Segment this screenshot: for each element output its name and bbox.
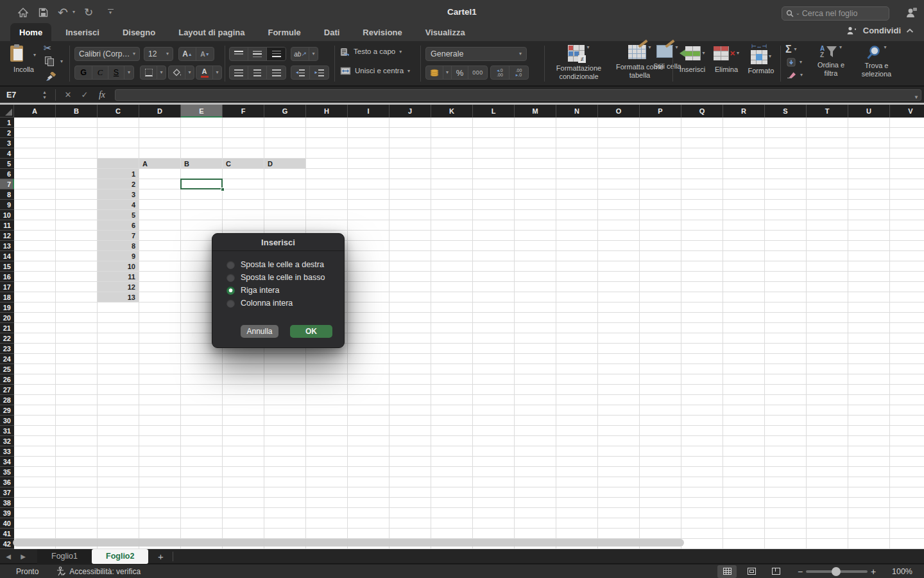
column-header-G[interactable]: G [264,105,306,118]
decrease-indent-icon[interactable]: ◂ [291,66,310,79]
row-header-25[interactable]: 25 [0,364,14,374]
cell-C17[interactable]: 12 [98,282,135,292]
row-header-17[interactable]: 17 [0,282,14,292]
cell-C14[interactable]: 9 [98,251,135,261]
cell-C18[interactable]: 13 [98,292,135,302]
merge-center-button[interactable]: Unisci e centra ▾ [340,67,410,75]
column-header-R[interactable]: R [723,105,765,118]
cancel-button[interactable]: Annulla [241,325,278,338]
normal-view-icon[interactable] [717,565,737,578]
row-header-20[interactable]: 20 [0,313,14,323]
collapse-ribbon-icon[interactable] [906,28,915,33]
align-left-icon[interactable] [230,66,248,79]
row-header-24[interactable]: 24 [0,354,14,364]
currency-icon[interactable] [426,66,443,79]
row-header-26[interactable]: 26 [0,374,14,385]
menu-tab-inserisci[interactable]: Inserisci [56,23,108,41]
decrease-decimal-icon[interactable]: .00▸.0 [509,66,528,79]
cell-C9[interactable]: 4 [98,200,135,210]
column-header-V[interactable]: V [890,105,924,118]
font-size-select[interactable]: 12▾ [144,47,173,61]
search-input[interactable] [802,9,879,18]
ok-button[interactable]: OK [290,325,332,338]
share-button[interactable]: Condividi [863,26,901,35]
row-header-6[interactable]: 6 [0,169,14,179]
menu-tab-layout-di-pagina[interactable]: Layout di pagina [169,23,253,41]
row-header-30[interactable]: 30 [0,416,14,426]
cell-C16[interactable]: 11 [98,272,135,282]
menu-tab-revisione[interactable]: Revisione [354,23,411,41]
row-header-33[interactable]: 33 [0,446,14,457]
increase-indent-icon[interactable]: ▸ [310,66,329,79]
row-header-22[interactable]: 22 [0,333,14,344]
column-header-O[interactable]: O [598,105,640,118]
column-header-U[interactable]: U [848,105,890,118]
number-format-select[interactable]: Generale▾ [425,47,527,61]
accessibility-status[interactable]: Accessibilità: verifica [56,566,141,576]
page-break-view-icon[interactable] [766,565,785,578]
fill-color-dropdown-icon[interactable]: ▾ [185,66,194,79]
row-header-9[interactable]: 9 [0,200,14,210]
cell-G5[interactable]: D [268,159,273,169]
formula-bar-expand-icon[interactable]: ▼ [914,95,919,100]
cells-area[interactable]: ABCD12345678910111213 [14,118,924,549]
row-header-8[interactable]: 8 [0,189,14,200]
cell-C11[interactable]: 6 [98,220,135,231]
orientation-dropdown-icon[interactable]: ▾ [309,48,318,60]
align-right-icon[interactable] [267,66,286,79]
row-header-11[interactable]: 11 [0,220,14,231]
row-header-21[interactable]: 21 [0,323,14,333]
column-header-B[interactable]: B [56,105,98,118]
row-header-12[interactable]: 12 [0,231,14,241]
column-header-J[interactable]: J [389,105,431,118]
bold-button[interactable]: G [75,66,92,79]
dialog-option-sposta-le-celle-a-destra[interactable]: Sposta le celle a destra [227,258,340,271]
align-top-icon[interactable] [230,48,248,60]
name-box[interactable]: E7 [0,91,42,100]
insert-cells-button[interactable]: ▾ Inserisci [676,46,708,74]
paste-label[interactable]: Incolla [5,66,42,74]
cut-icon[interactable]: ✂ [44,42,52,54]
row-header-14[interactable]: 14 [0,251,14,261]
zoom-slider-thumb[interactable] [832,567,841,576]
active-cell[interactable] [180,179,223,189]
column-header-E[interactable]: E [181,105,223,118]
fill-color-icon[interactable] [169,66,185,79]
select-all-corner[interactable] [0,105,14,118]
decrease-font-icon[interactable]: A▼ [196,48,214,60]
menu-tab-dati[interactable]: Dati [315,23,349,41]
radio-icon[interactable] [227,274,235,282]
horizontal-scrollbar[interactable] [13,539,684,547]
row-header-10[interactable]: 10 [0,210,14,220]
align-bottom-icon[interactable] [267,48,286,60]
dialog-option-sposta-le-celle-in-basso[interactable]: Sposta le celle in basso [227,271,340,284]
radio-icon[interactable] [227,261,235,269]
row-header-13[interactable]: 13 [0,241,14,251]
menu-tab-disegno[interactable]: Disegno [114,23,164,41]
row-header-31[interactable]: 31 [0,426,14,436]
increase-font-icon[interactable]: A▲ [179,48,196,60]
column-header-C[interactable]: C [98,105,139,118]
underline-dropdown-icon[interactable]: ▾ [124,66,133,79]
orientation-icon[interactable]: ab↗ [291,48,309,60]
fill-button[interactable]: ▾ [787,58,802,67]
currency-dropdown-icon[interactable]: ▾ [443,66,452,79]
cell-C7[interactable]: 2 [98,179,135,189]
row-header-3[interactable]: 3 [0,138,14,148]
cell-C15[interactable]: 10 [98,261,135,272]
row-header-32[interactable]: 32 [0,436,14,446]
column-header-S[interactable]: S [765,105,807,118]
row-header-1[interactable]: 1 [0,118,14,128]
row-header-42[interactable]: 42 [0,539,14,549]
format-painter-icon[interactable] [45,72,56,82]
delete-cells-button[interactable]: ✕ ▾ Elimina [711,46,742,74]
column-header-I[interactable]: I [348,105,389,118]
row-header-36[interactable]: 36 [0,477,14,487]
dialog-option-riga-intera[interactable]: Riga intera [227,284,340,297]
paste-icon[interactable] [9,44,26,63]
wrap-text-button[interactable]: Testo a capo ▾ [340,48,402,57]
row-header-40[interactable]: 40 [0,518,14,529]
row-header-35[interactable]: 35 [0,467,14,477]
row-header-19[interactable]: 19 [0,302,14,313]
cell-C12[interactable]: 7 [98,231,135,241]
